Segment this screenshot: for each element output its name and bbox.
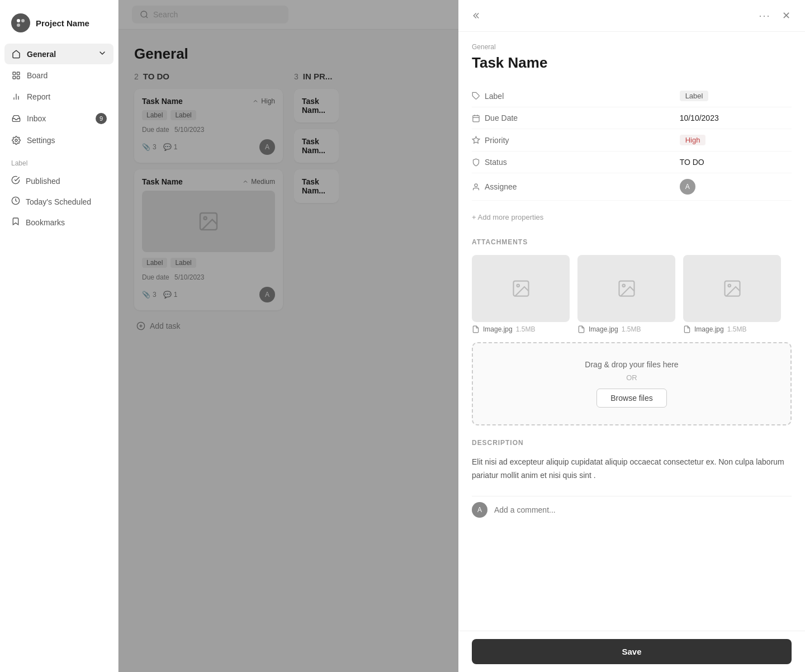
app-name: Project Name bbox=[36, 18, 89, 28]
file-icon bbox=[683, 325, 691, 333]
sidebar-item-report[interactable]: Report bbox=[4, 87, 113, 107]
close-button[interactable]: ✕ bbox=[778, 8, 794, 23]
prop-label-duedate: Due Date bbox=[472, 113, 544, 122]
sidebar-label-report: Report bbox=[27, 92, 50, 101]
home-icon bbox=[11, 49, 21, 59]
svg-point-2 bbox=[17, 23, 20, 27]
sidebar-nav: General Board Report Inbox 9 bbox=[0, 44, 118, 150]
sidebar-item-bookmarks[interactable]: Bookmarks bbox=[4, 212, 113, 233]
prop-row-label: Label Label bbox=[472, 85, 792, 107]
attachment-size: 1.5MB bbox=[516, 325, 536, 333]
svg-rect-4 bbox=[17, 72, 20, 75]
sidebar-label-board: Board bbox=[27, 71, 48, 80]
attachment-item: Image.jpg 1.5MB bbox=[472, 255, 570, 333]
svg-marker-24 bbox=[472, 136, 480, 143]
properties-table: Label Label Due Date 10/10/2023 bbox=[472, 85, 792, 201]
prop-row-assignee: Assignee A bbox=[472, 173, 792, 201]
svg-point-1 bbox=[21, 19, 25, 22]
attachments-section-title: ATTACHMENTS bbox=[472, 238, 792, 246]
panel-task-title: Task Name bbox=[472, 54, 792, 72]
svg-point-31 bbox=[728, 285, 731, 287]
save-button[interactable]: Save bbox=[472, 639, 792, 664]
prop-value-duedate: 10/10/2023 bbox=[680, 113, 719, 122]
more-button[interactable]: ··· bbox=[757, 8, 773, 23]
prop-value-status: TO DO bbox=[680, 158, 704, 167]
attachment-name: Image.jpg bbox=[694, 325, 724, 333]
prop-label-assignee: Assignee bbox=[472, 182, 544, 191]
check-circle-icon bbox=[11, 176, 20, 186]
attachment-name: Image.jpg bbox=[589, 325, 618, 333]
file-icon bbox=[472, 325, 480, 333]
prop-value-label: Label bbox=[680, 91, 709, 101]
browse-files-button[interactable]: Browse files bbox=[596, 389, 666, 408]
sidebar-label-settings: Settings bbox=[27, 136, 55, 145]
inbox-icon bbox=[11, 113, 21, 124]
file-icon bbox=[577, 325, 585, 333]
prop-key-assignee: Assignee bbox=[485, 182, 517, 191]
svg-point-27 bbox=[517, 285, 519, 287]
sidebar-item-board[interactable]: Board bbox=[4, 65, 113, 86]
sidebar-item-published[interactable]: Published bbox=[4, 171, 113, 191]
label-section-header: Label bbox=[0, 150, 118, 171]
sidebar-label-general: General bbox=[27, 50, 56, 59]
svg-rect-20 bbox=[473, 115, 479, 121]
or-text: OR bbox=[490, 373, 774, 382]
prop-key-priority: Priority bbox=[485, 136, 509, 145]
sidebar-label-published: Published bbox=[26, 177, 60, 186]
comment-input[interactable] bbox=[494, 505, 792, 514]
sidebar-item-scheduled[interactable]: Today's Scheduled bbox=[4, 191, 113, 212]
prop-row-priority: Priority High bbox=[472, 129, 792, 152]
attachment-size: 1.5MB bbox=[622, 325, 641, 333]
attachment-name: Image.jpg bbox=[483, 325, 513, 333]
more-icon: ··· bbox=[759, 10, 770, 22]
prop-label-status: Status bbox=[472, 158, 544, 167]
description-section-title: DESCRIPTION bbox=[472, 439, 792, 447]
panel-header-left bbox=[470, 8, 485, 23]
panel-header-right: ··· ✕ bbox=[757, 8, 794, 23]
sidebar-item-settings[interactable]: Settings bbox=[4, 130, 113, 150]
assignee-avatar: A bbox=[680, 179, 695, 195]
attachment-info: Image.jpg 1.5MB bbox=[577, 325, 675, 333]
calendar-icon bbox=[472, 114, 480, 122]
panel-section-label: General bbox=[472, 43, 792, 51]
comment-area: A bbox=[472, 496, 792, 523]
chevron-down-icon bbox=[98, 49, 107, 59]
add-more-properties-button[interactable]: + Add more properties bbox=[472, 210, 792, 225]
attachment-thumbnail bbox=[683, 255, 781, 322]
drop-zone: Drag & drop your files here OR Browse fi… bbox=[472, 342, 792, 425]
sidebar-label-scheduled: Today's Scheduled bbox=[26, 197, 91, 206]
panel-header: ··· ✕ bbox=[458, 0, 805, 32]
svg-rect-3 bbox=[13, 72, 16, 75]
svg-rect-5 bbox=[13, 76, 16, 79]
sidebar-item-inbox[interactable]: Inbox 9 bbox=[4, 108, 113, 129]
app-logo: Project Name bbox=[0, 9, 118, 44]
panel-footer: Save bbox=[458, 631, 805, 672]
attachment-item: Image.jpg 1.5MB bbox=[683, 255, 781, 333]
close-icon: ✕ bbox=[782, 10, 790, 22]
task-detail-panel: ··· ✕ General Task Name Label Label bbox=[458, 0, 805, 672]
prop-value-priority: High bbox=[680, 135, 706, 145]
sidebar-item-general[interactable]: General bbox=[4, 44, 113, 64]
image-placeholder-icon bbox=[511, 278, 531, 299]
prop-key-label: Label bbox=[485, 92, 504, 101]
back-button[interactable] bbox=[470, 8, 485, 23]
panel-body: General Task Name Label Label D bbox=[458, 32, 805, 631]
svg-point-29 bbox=[622, 285, 625, 287]
user-icon bbox=[472, 183, 480, 191]
description-text: Elit nisi ad excepteur aliquip cupidatat… bbox=[472, 456, 792, 482]
settings-icon bbox=[11, 135, 21, 145]
grid-icon bbox=[11, 70, 21, 81]
drag-drop-text: Drag & drop your files here bbox=[490, 360, 774, 369]
attachment-thumbnail bbox=[577, 255, 675, 322]
sidebar-label-bookmarks: Bookmarks bbox=[26, 218, 65, 227]
label-nav: Published Today's Scheduled Bookmarks bbox=[0, 171, 118, 233]
tag-icon bbox=[472, 92, 480, 100]
sidebar-label-inbox: Inbox bbox=[27, 114, 46, 123]
prop-key-status: Status bbox=[485, 158, 507, 167]
prop-row-duedate: Due Date 10/10/2023 bbox=[472, 107, 792, 129]
inbox-badge: 9 bbox=[96, 113, 107, 124]
attachments-grid: Image.jpg 1.5MB Image.jpg 1.5MB bbox=[472, 255, 792, 333]
attachment-info: Image.jpg 1.5MB bbox=[683, 325, 781, 333]
logo-icon bbox=[11, 13, 30, 32]
svg-point-25 bbox=[475, 183, 477, 186]
